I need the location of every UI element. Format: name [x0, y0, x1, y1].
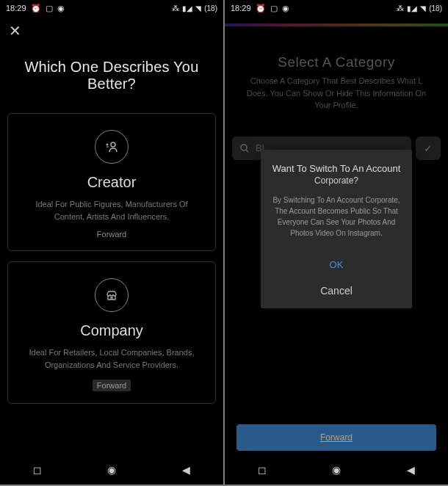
- creator-icon: [95, 130, 129, 164]
- nav-recent-icon[interactable]: ◻: [33, 464, 42, 476]
- svg-point-0: [111, 142, 115, 147]
- status-time: 18:29: [6, 4, 26, 12]
- bluetooth-icon: ⁂: [397, 4, 404, 12]
- nav-recent-icon[interactable]: ◻: [258, 464, 267, 476]
- ok-button[interactable]: OK: [268, 252, 405, 278]
- forward-link[interactable]: Forward: [20, 230, 203, 239]
- screen-category: 18:29 ⏰ ▢ ◉ ⁂ ▮◢ ◥ (18) Select A Categor…: [225, 0, 448, 485]
- page-title: Which One Describes You Better?: [0, 46, 223, 113]
- signal-icon: ▮◢: [182, 4, 192, 12]
- signal-icon: ▮◢: [407, 4, 417, 12]
- search-icon: [239, 143, 250, 153]
- square-icon: ▢: [46, 4, 53, 13]
- nav-home-icon[interactable]: ◉: [332, 464, 341, 476]
- alarm-icon: ⏰: [31, 4, 41, 13]
- square-icon: ▢: [270, 4, 278, 13]
- dialog-body: By Switching To An Account Corporate, Th…: [268, 195, 405, 239]
- camera-icon: ◉: [282, 4, 289, 13]
- status-bar: 18:29 ⏰ ▢ ◉ ⁂ ▮◢ ◥ (18): [225, 0, 448, 16]
- battery-icon: (18): [204, 4, 217, 12]
- battery-icon: (18): [429, 4, 442, 12]
- close-icon[interactable]: ✕: [9, 23, 21, 39]
- status-time: 18:29: [231, 4, 251, 12]
- alarm-icon: ⏰: [256, 4, 266, 13]
- card-title: Company: [20, 322, 203, 339]
- forward-button[interactable]: Forward: [236, 424, 436, 451]
- card-company[interactable]: Company Ideal For Retailers, Local Compa…: [7, 261, 216, 404]
- bluetooth-icon: ⁂: [172, 4, 179, 12]
- wifi-icon: ◥: [195, 4, 201, 12]
- confirm-button[interactable]: ✓: [416, 137, 441, 160]
- card-desc: Ideal For Public Figures, Manufacturers …: [20, 198, 203, 222]
- nav-bar: ◻ ◉ ◀: [0, 455, 223, 485]
- card-creator[interactable]: Creator Ideal For Public Figures, Manufa…: [7, 113, 216, 251]
- dialog-subtitle: Corporate?: [268, 175, 405, 186]
- card-desc: Ideal For Retailers, Local Companies, Br…: [20, 347, 203, 371]
- page-subtitle: Choose A Category That Best Describes Wh…: [225, 75, 448, 112]
- nav-back-icon[interactable]: ◀: [407, 464, 415, 476]
- page-title: Select A Category: [225, 19, 448, 75]
- nav-bar: ◻ ◉ ◀: [225, 455, 448, 485]
- cancel-button[interactable]: Cancel: [268, 278, 405, 300]
- company-icon: [95, 278, 129, 312]
- screen-describe: 18:29 ⏰ ▢ ◉ ⁂ ▮◢ ◥ (18) ✕ Which One Desc…: [0, 0, 223, 485]
- status-bar: 18:29 ⏰ ▢ ◉ ⁂ ▮◢ ◥ (18): [0, 0, 223, 16]
- svg-point-1: [241, 145, 247, 150]
- forward-label: Forward: [320, 432, 353, 443]
- camera-icon: ◉: [57, 4, 65, 13]
- card-title: Creator: [20, 174, 203, 191]
- nav-back-icon[interactable]: ◀: [182, 464, 190, 476]
- switch-dialog: Want To Switch To An Account Corporate? …: [261, 150, 412, 308]
- dialog-title: Want To Switch To An Account: [268, 163, 405, 174]
- wifi-icon: ◥: [420, 4, 426, 12]
- forward-link[interactable]: Forward: [93, 380, 131, 391]
- nav-home-icon[interactable]: ◉: [107, 464, 116, 476]
